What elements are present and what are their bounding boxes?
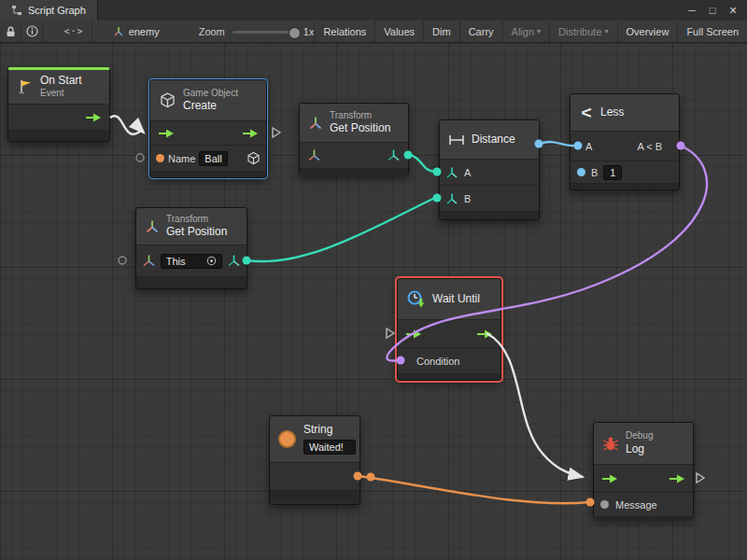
code-icon: <·> bbox=[63, 26, 83, 36]
message-in-port[interactable] bbox=[600, 500, 609, 509]
node-title: Get Position bbox=[330, 121, 390, 135]
string-value-field[interactable]: Waited! bbox=[303, 440, 356, 455]
tab-script-graph[interactable]: Script Graph bbox=[0, 0, 98, 21]
number-in-port-b[interactable] bbox=[577, 168, 585, 176]
zoom-slider[interactable] bbox=[233, 26, 296, 37]
toolbar-buttons: Relations Values Dim Carry Align▾ Distri… bbox=[314, 21, 747, 42]
window-title: Script Graph bbox=[28, 5, 86, 16]
graph-target[interactable]: enemy bbox=[113, 26, 160, 37]
graph-icon bbox=[11, 5, 22, 16]
distance-node[interactable]: Distance A B bbox=[439, 119, 540, 220]
cube-icon bbox=[159, 91, 176, 109]
values-button[interactable]: Values bbox=[374, 21, 423, 42]
node-title: Get Position bbox=[166, 225, 227, 239]
node-category: Transform bbox=[166, 214, 227, 226]
carry-button[interactable]: Carry bbox=[459, 21, 502, 42]
flow-out-port[interactable] bbox=[476, 329, 493, 339]
transform-icon bbox=[308, 116, 323, 131]
name-input-port[interactable] bbox=[156, 154, 164, 162]
input-a-label: A bbox=[585, 141, 592, 152]
dim-button[interactable]: Dim bbox=[423, 21, 459, 42]
node-title: Distance bbox=[472, 133, 515, 147]
on-start-event-node[interactable]: On Start Event bbox=[7, 67, 110, 142]
node-title: On Start bbox=[40, 74, 82, 88]
flow-in-port[interactable] bbox=[158, 129, 175, 138]
close-icon[interactable]: ✕ bbox=[723, 0, 743, 21]
zoom-value: 1x bbox=[303, 26, 315, 37]
vector-in-port-a[interactable] bbox=[445, 166, 458, 179]
name-value-field[interactable]: Ball bbox=[199, 151, 227, 166]
message-port-label: Message bbox=[615, 499, 657, 511]
string-icon bbox=[278, 430, 296, 448]
node-title: Create bbox=[183, 99, 238, 113]
zoom-label: Zoom bbox=[199, 26, 225, 37]
b-value-field[interactable]: 1 bbox=[603, 165, 622, 180]
condition-port-label: Condition bbox=[416, 356, 459, 367]
insert-unit-button[interactable]: <·> bbox=[56, 21, 92, 42]
relations-button[interactable]: Relations bbox=[314, 21, 374, 42]
info-icon bbox=[26, 25, 38, 37]
minimize-icon[interactable]: ─ bbox=[682, 0, 702, 21]
wait-until-node[interactable]: Wait Until Condition bbox=[397, 278, 501, 381]
node-title: Less bbox=[600, 105, 624, 119]
transform-in-port[interactable] bbox=[142, 254, 156, 268]
result-label: A < B bbox=[637, 141, 671, 152]
node-category: Transform bbox=[330, 110, 390, 122]
get-position-node-b[interactable]: Transform Get Position This bbox=[135, 207, 247, 289]
transform-icon bbox=[145, 219, 160, 234]
distance-icon bbox=[448, 133, 465, 147]
maximize-icon[interactable]: □ bbox=[702, 0, 723, 21]
less-node[interactable]: < Less A A < B B 1 bbox=[570, 93, 680, 190]
flow-out-port[interactable] bbox=[85, 113, 102, 122]
window-controls: ─ □ ✕ bbox=[682, 0, 747, 21]
graph-target-label: enemy bbox=[129, 26, 160, 37]
node-title: Wait Until bbox=[432, 292, 480, 306]
zoom-slider-track bbox=[233, 31, 296, 34]
flow-in-port[interactable] bbox=[405, 329, 422, 339]
flow-in-port[interactable] bbox=[601, 474, 618, 483]
info-button[interactable] bbox=[21, 21, 43, 42]
node-title: String bbox=[303, 423, 332, 437]
title-bar: Script Graph ─ □ ✕ bbox=[0, 0, 747, 21]
overview-button[interactable]: Overview bbox=[617, 21, 678, 42]
zoom-slider-handle[interactable] bbox=[289, 27, 301, 39]
input-a-label: A bbox=[464, 167, 471, 178]
node-category: Game Object bbox=[183, 88, 238, 100]
align-button[interactable]: Align▾ bbox=[502, 21, 549, 42]
wait-clock-icon bbox=[406, 289, 426, 309]
chevron-down-icon: ▾ bbox=[605, 27, 609, 35]
node-subtitle: Event bbox=[40, 88, 82, 100]
target-value-field[interactable]: This bbox=[161, 254, 223, 269]
target-object-icon bbox=[113, 26, 124, 37]
lock-icon bbox=[6, 26, 16, 37]
less-icon: < bbox=[579, 103, 594, 123]
node-title: Log bbox=[626, 442, 653, 456]
string-node[interactable]: String Waited! bbox=[269, 415, 360, 505]
game-object-out-port[interactable] bbox=[247, 151, 261, 165]
create-game-object-node[interactable]: Game Object Create Name Ball bbox=[149, 79, 267, 178]
object-picker-icon[interactable] bbox=[206, 256, 217, 266]
distribute-button[interactable]: Distribute▾ bbox=[549, 21, 616, 42]
graph-toolbar: <·> enemy Zoom 1x Relations Values Dim C… bbox=[0, 21, 747, 43]
chevron-down-icon: ▾ bbox=[537, 27, 541, 35]
node-category: Debug bbox=[626, 430, 653, 442]
transform-in-port[interactable] bbox=[307, 148, 321, 162]
flow-out-port[interactable] bbox=[242, 129, 259, 138]
vector-in-port-b[interactable] bbox=[445, 192, 458, 205]
lock-button[interactable] bbox=[0, 21, 21, 42]
input-b-label: B bbox=[464, 193, 471, 204]
name-port-label: Name bbox=[168, 153, 195, 164]
get-position-node-a[interactable]: Transform Get Position bbox=[299, 103, 409, 175]
flow-out-port[interactable] bbox=[669, 474, 685, 483]
fullscreen-button[interactable]: Full Screen bbox=[677, 21, 747, 42]
position-out-port[interactable] bbox=[227, 254, 241, 268]
flag-icon bbox=[17, 78, 34, 95]
position-out-port[interactable] bbox=[387, 148, 401, 162]
bug-icon bbox=[602, 436, 619, 452]
input-b-label: B bbox=[591, 167, 598, 178]
debug-log-node[interactable]: Debug Log Message bbox=[593, 422, 694, 519]
